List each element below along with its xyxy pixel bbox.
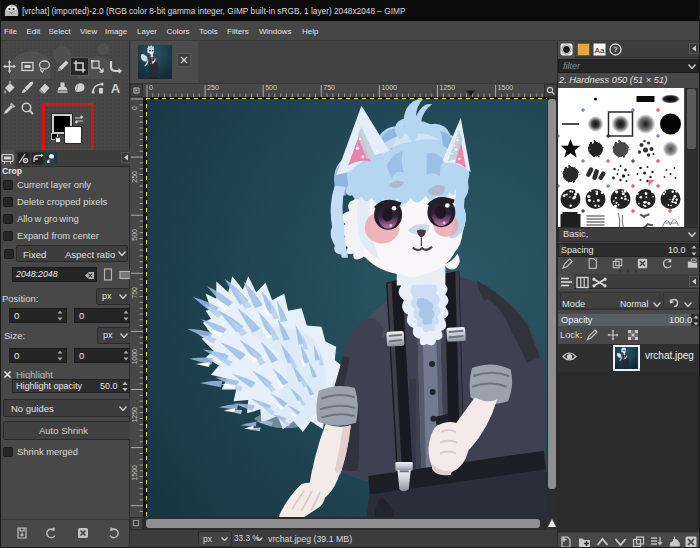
svg-text:0: 0 bbox=[131, 106, 138, 110]
svg-text:Aa: Aa bbox=[595, 46, 605, 55]
svg-text:?: ? bbox=[613, 45, 618, 54]
svg-text:1500: 1500 bbox=[131, 465, 138, 481]
svg-text:750: 750 bbox=[131, 287, 138, 299]
svg-text:1250: 1250 bbox=[131, 407, 138, 423]
svg-text:500: 500 bbox=[131, 229, 138, 241]
svg-text:A: A bbox=[111, 81, 121, 96]
svg-text:250: 250 bbox=[131, 171, 138, 183]
svg-text:1000: 1000 bbox=[131, 349, 138, 365]
svg-text:o: o bbox=[24, 157, 27, 163]
